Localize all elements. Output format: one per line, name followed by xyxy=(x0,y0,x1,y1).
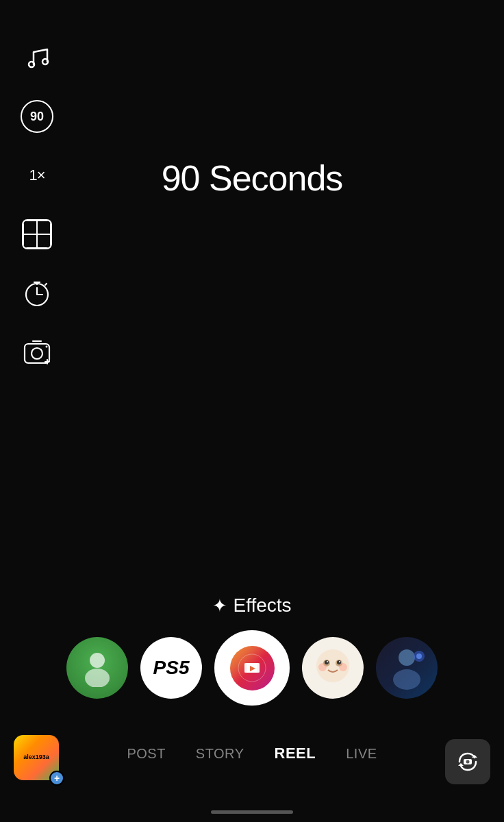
ps5-label: PS5 xyxy=(153,657,190,679)
svg-point-19 xyxy=(327,661,328,662)
speed-button[interactable]: 1× xyxy=(21,159,53,192)
svg-point-4 xyxy=(32,348,42,359)
add-photo-button[interactable] xyxy=(21,336,53,369)
effects-section: ✦ Effects xyxy=(212,595,291,616)
duration-button[interactable]: 90 xyxy=(21,100,53,133)
svg-marker-28 xyxy=(458,763,464,766)
avatar-label: alex193a xyxy=(23,754,49,761)
reel-icon xyxy=(230,646,275,690)
svg-point-20 xyxy=(339,661,340,662)
bottom-nav: POST STORY REEL LIVE xyxy=(0,726,504,781)
avatar-container[interactable]: alex193a + xyxy=(14,735,63,784)
svg-point-26 xyxy=(416,653,422,659)
effects-row: PS5 xyxy=(66,630,438,706)
svg-point-7 xyxy=(85,669,110,687)
flip-camera-button[interactable] xyxy=(445,739,490,784)
nav-post[interactable]: POST xyxy=(112,746,180,762)
nav-story[interactable]: STORY xyxy=(181,746,260,762)
effect-ps5-button[interactable]: PS5 xyxy=(140,637,202,699)
music-button[interactable] xyxy=(21,41,53,74)
svg-point-17 xyxy=(325,660,329,664)
svg-point-30 xyxy=(466,760,470,764)
svg-point-23 xyxy=(399,649,415,666)
camera-view: 90 1× xyxy=(0,0,504,822)
layout-icon xyxy=(22,219,52,249)
svg-point-0 xyxy=(29,62,34,67)
effect-doll-button[interactable] xyxy=(302,637,364,699)
svg-point-21 xyxy=(318,663,327,671)
effects-label-text: Effects xyxy=(233,595,291,616)
speed-value: 1× xyxy=(29,166,45,184)
duration-display: 90 Seconds xyxy=(162,158,343,199)
left-toolbar: 90 1× xyxy=(21,41,53,369)
duration-value: 90 xyxy=(30,110,44,124)
effect-person-button[interactable] xyxy=(66,637,128,699)
svg-point-1 xyxy=(42,59,48,64)
countdown-button[interactable] xyxy=(21,277,53,310)
svg-point-5 xyxy=(46,346,48,348)
sparkle-icon: ✦ xyxy=(212,595,227,616)
svg-rect-10 xyxy=(244,663,247,673)
svg-point-18 xyxy=(337,660,341,664)
effect-photo-button[interactable] xyxy=(376,637,438,699)
svg-point-22 xyxy=(339,663,347,671)
nav-reel[interactable]: REEL xyxy=(260,745,331,762)
svg-point-6 xyxy=(90,653,105,668)
reel-record-button[interactable] xyxy=(214,630,290,706)
plus-icon: + xyxy=(54,773,60,784)
home-indicator xyxy=(211,810,293,814)
svg-rect-11 xyxy=(257,663,260,673)
add-to-story-badge[interactable]: + xyxy=(49,771,64,786)
svg-point-24 xyxy=(393,669,420,690)
layout-button[interactable] xyxy=(21,218,53,251)
nav-live[interactable]: LIVE xyxy=(331,746,392,762)
